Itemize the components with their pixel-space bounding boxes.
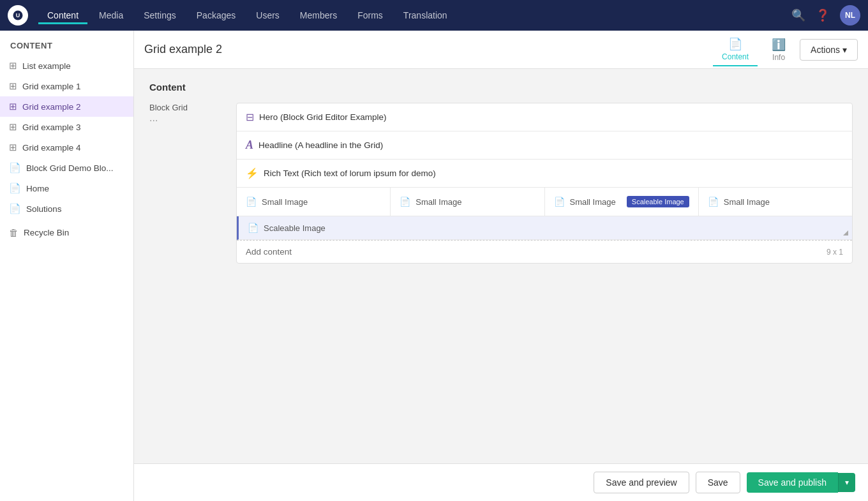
headline-icon: A bbox=[246, 138, 253, 152]
header-actions: 📄 Content ℹ️ Info Actions ▾ bbox=[713, 33, 858, 66]
sidebar-item-label: Grid example 1 bbox=[22, 82, 81, 91]
sidebar-item-recycle-bin[interactable]: 🗑 Recycle Bin bbox=[0, 223, 133, 243]
resize-handle[interactable] bbox=[843, 230, 849, 237]
grid-icon: ⊞ bbox=[9, 80, 17, 92]
save-publish-arrow-button[interactable]: ▾ bbox=[838, 473, 855, 492]
tab-info-label: Info bbox=[772, 53, 785, 62]
tab-content[interactable]: 📄 Content bbox=[713, 33, 758, 66]
grid-row-hero[interactable]: ⊟ Hero (Block Grid Editor Example) bbox=[237, 103, 852, 131]
doc-icon: 📄 bbox=[9, 162, 21, 174]
doc-icon: 📄 bbox=[9, 183, 21, 194]
save-publish-group: Save and publish ▾ bbox=[747, 472, 855, 493]
small-image-2[interactable]: 📄 Small Image bbox=[391, 188, 544, 216]
sidebar-item-grid-3[interactable]: ⊞ Grid example 3 bbox=[0, 117, 133, 137]
small-image-label-3: Small Image bbox=[570, 197, 616, 207]
doc-icon-4: 📄 bbox=[708, 197, 719, 207]
nav-members[interactable]: Members bbox=[291, 6, 346, 24]
footer: Save and preview Save Save and publish ▾ bbox=[134, 463, 868, 501]
scaleable-doc-icon: 📄 bbox=[248, 223, 258, 233]
sidebar-item-label: Grid example 2 bbox=[22, 102, 81, 112]
doc-icon-2: 📄 bbox=[400, 197, 410, 207]
sidebar-item-label: Home bbox=[26, 184, 49, 193]
nav-users[interactable]: Users bbox=[247, 6, 288, 24]
content-area: 📄 Content ℹ️ Info Actions ▾ Content Bloc… bbox=[134, 31, 868, 501]
add-content-label: Add content bbox=[246, 247, 292, 257]
actions-label: Actions bbox=[811, 45, 840, 55]
tab-content-label: Content bbox=[722, 52, 749, 61]
nav-media[interactable]: Media bbox=[90, 6, 132, 24]
sidebar-item-grid-4[interactable]: ⊞ Grid example 4 bbox=[0, 137, 133, 158]
block-grid-label-text: Block Grid bbox=[149, 103, 226, 112]
grid-row-small-images: 📄 Small Image 📄 Small Image 📄 Small Imag… bbox=[237, 188, 852, 216]
rich-text-text: Rich Text (Rich text of lorum ipsum for … bbox=[264, 168, 436, 178]
doc-broken-icon: 📄 bbox=[9, 203, 21, 214]
scaleable-image-text: Scaleable Image bbox=[264, 223, 326, 233]
nav-settings[interactable]: Settings bbox=[135, 6, 185, 24]
grid-icon: ⊞ bbox=[9, 60, 17, 71]
nav-packages[interactable]: Packages bbox=[188, 6, 244, 24]
grid-icon: ⊞ bbox=[9, 101, 17, 112]
sidebar-item-label: List example bbox=[22, 61, 71, 71]
sidebar-item-list-example[interactable]: ⊞ List example bbox=[0, 56, 133, 76]
nav-translation[interactable]: Translation bbox=[394, 6, 456, 24]
sidebar-item-grid-2[interactable]: ⊞ Grid example 2 bbox=[0, 96, 133, 117]
nav-content[interactable]: Content bbox=[38, 6, 87, 24]
tab-info[interactable]: ℹ️ Info bbox=[763, 34, 795, 66]
logo[interactable]: U bbox=[8, 5, 28, 26]
grid-row-headline[interactable]: A Headline (A headline in the Grid) bbox=[237, 131, 852, 160]
trash-icon: 🗑 bbox=[9, 227, 19, 238]
sidebar-item-solutions[interactable]: 📄 Solutions bbox=[0, 198, 133, 219]
sidebar-item-label: Grid example 3 bbox=[22, 123, 81, 132]
help-icon[interactable]: ❓ bbox=[816, 8, 830, 22]
user-avatar[interactable]: NL bbox=[840, 5, 860, 26]
top-navigation: U Content Media Settings Packages Users … bbox=[0, 0, 868, 31]
small-image-1[interactable]: 📄 Small Image bbox=[237, 188, 391, 216]
rich-text-icon: ⚡ bbox=[246, 167, 258, 179]
save-button[interactable]: Save bbox=[696, 472, 740, 493]
header-bar: 📄 Content ℹ️ Info Actions ▾ bbox=[134, 31, 868, 69]
nav-links: Content Media Settings Packages Users Me… bbox=[38, 6, 791, 24]
add-content-row[interactable]: Add content 9 x 1 bbox=[237, 240, 852, 263]
svg-text:U: U bbox=[16, 12, 20, 19]
sidebar-item-label: Block Grid Demo Blo... bbox=[26, 163, 114, 173]
sidebar-title: Content bbox=[0, 31, 133, 56]
scaleable-image-tooltip: Scaleable Image bbox=[627, 196, 689, 207]
info-tab-icon: ℹ️ bbox=[772, 38, 786, 52]
grid-row-rich-text[interactable]: ⚡ Rich Text (Rich text of lorum ipsum fo… bbox=[237, 160, 852, 188]
page-title-input[interactable] bbox=[144, 43, 705, 56]
headline-text: Headline (A headline in the Grid) bbox=[258, 140, 383, 150]
actions-button[interactable]: Actions ▾ bbox=[800, 39, 858, 61]
sidebar-item-label: Solutions bbox=[26, 204, 62, 214]
grid-size-label: 9 x 1 bbox=[827, 248, 843, 257]
sidebar-item-block-grid-demo[interactable]: 📄 Block Grid Demo Blo... bbox=[0, 158, 133, 178]
grid-icon: ⊞ bbox=[9, 121, 17, 133]
sidebar-item-home[interactable]: 📄 Home bbox=[0, 178, 133, 198]
actions-chevron-icon: ▾ bbox=[842, 45, 847, 55]
sidebar: Content ⊞ List example ⊞ Grid example 1 … bbox=[0, 31, 134, 501]
block-grid-section: Block Grid ··· ⊟ Hero (Block Grid Editor… bbox=[149, 103, 853, 264]
small-image-label-2: Small Image bbox=[415, 197, 461, 207]
hero-text: Hero (Block Grid Editor Example) bbox=[259, 112, 387, 122]
save-preview-button[interactable]: Save and preview bbox=[594, 472, 689, 493]
small-image-4[interactable]: 📄 Small Image bbox=[699, 188, 852, 216]
small-image-label-4: Small Image bbox=[724, 197, 770, 207]
grid-row-scaleable[interactable]: 📄 Scaleable Image bbox=[237, 216, 852, 240]
doc-icon-3: 📄 bbox=[554, 197, 565, 207]
search-icon[interactable]: 🔍 bbox=[791, 8, 805, 22]
content-tab-icon: 📄 bbox=[728, 37, 742, 51]
main-layout: Content ⊞ List example ⊞ Grid example 1 … bbox=[0, 31, 868, 501]
sidebar-item-grid-1[interactable]: ⊞ Grid example 1 bbox=[0, 76, 133, 96]
block-grid-dots: ··· bbox=[149, 115, 226, 126]
grid-icon: ⊞ bbox=[9, 142, 17, 153]
page-content: Content Block Grid ··· ⊟ Hero (Block Gri… bbox=[134, 69, 868, 463]
sidebar-item-label: Grid example 4 bbox=[22, 143, 81, 153]
block-grid-label-area: Block Grid ··· bbox=[149, 103, 226, 264]
nav-forms[interactable]: Forms bbox=[348, 6, 392, 24]
section-title: Content bbox=[149, 82, 853, 93]
small-image-3[interactable]: 📄 Small Image Scaleable Image bbox=[545, 188, 699, 216]
block-grid-content: ⊟ Hero (Block Grid Editor Example) A Hea… bbox=[236, 103, 853, 264]
sidebar-item-label: Recycle Bin bbox=[24, 228, 69, 237]
nav-right: 🔍 ❓ NL bbox=[791, 5, 860, 26]
save-publish-button[interactable]: Save and publish bbox=[747, 472, 838, 493]
doc-icon-1: 📄 bbox=[246, 197, 257, 207]
